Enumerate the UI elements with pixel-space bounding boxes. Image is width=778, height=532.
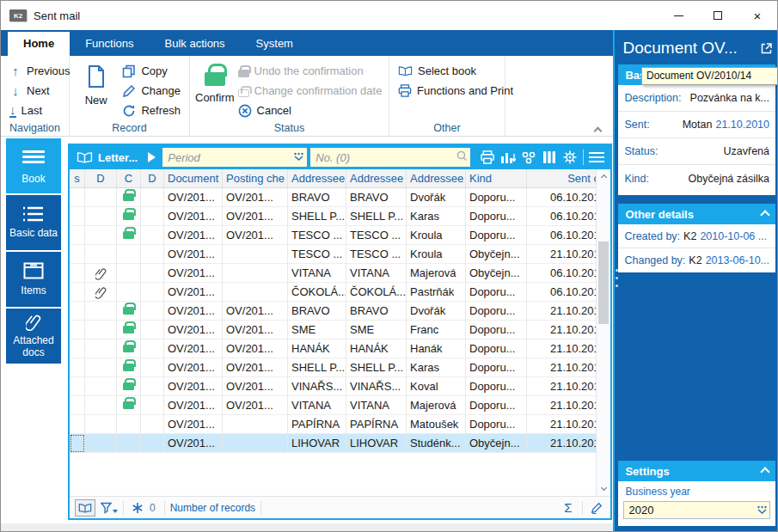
cell-posting: OV/201... (223, 188, 288, 207)
business-year-input[interactable] (623, 501, 770, 519)
column-header-6[interactable]: Addressee - (288, 169, 346, 187)
column-header-7[interactable]: Addressee - (346, 169, 407, 187)
cell-c (117, 264, 141, 283)
scroll-up-button[interactable] (597, 169, 610, 183)
ribbon: ↑ Previous ↓ Next ↓ Last Navigation New (1, 56, 614, 137)
open-external-icon[interactable] (760, 42, 773, 55)
field-kind: Kind: Obyčejná zásilka (618, 165, 775, 192)
minimize-button[interactable] (659, 1, 698, 30)
chevron-up-icon[interactable] (760, 467, 769, 476)
select-book-button[interactable]: Select book (395, 61, 517, 81)
cell-addr3: Kroula (407, 245, 466, 264)
chart-export-button[interactable] (498, 148, 518, 167)
expand-book-icon[interactable] (148, 152, 156, 162)
column-header-1[interactable]: D (85, 169, 117, 187)
cell-d (85, 339, 117, 358)
vertical-scrollbar[interactable] (596, 169, 610, 496)
cell-document: OV/201... (164, 283, 223, 302)
table-row[interactable]: OV/201...OV/201...SHELL P...SHELL P...Ka… (70, 207, 610, 226)
pivot-cube-button[interactable] (518, 148, 539, 167)
change-confirmation-date-button[interactable]: Change confirmation date (235, 81, 386, 101)
grid-menu-button[interactable] (586, 148, 607, 167)
cell-d2 (141, 358, 164, 377)
sidebar-item-book[interactable]: Book (6, 138, 61, 193)
cell-addr1: VITANA (288, 264, 346, 283)
book-selector-button[interactable]: Letter... (73, 151, 146, 164)
table-row[interactable]: OV/201...PAPÍRNAPAPÍRNAMatoušekDoporu...… (70, 415, 610, 434)
sidebar-item-basic-data[interactable]: Basic data (6, 195, 61, 250)
tab-home[interactable]: Home (8, 32, 70, 56)
column-header-3[interactable]: D (141, 169, 164, 187)
table-row[interactable]: OV/201...OV/201...BRAVOBRAVODvořákDoporu… (70, 302, 610, 321)
next-button[interactable]: ↓ Next (6, 81, 74, 101)
new-button[interactable]: New (75, 59, 117, 120)
maximize-button[interactable] (698, 1, 738, 30)
column-header-4[interactable]: Document (164, 169, 223, 187)
table-row[interactable]: OV/201...TESCO ...TESCO ...KroulaObyčejn… (70, 245, 610, 264)
field-label: Created by: (624, 230, 680, 242)
table-row[interactable]: OV/201...OV/201...SMESMEFrancDoporu...21… (70, 321, 610, 339)
functions-and-print-button[interactable]: Functions and Print (395, 81, 517, 101)
tab-bulk-actions[interactable]: Bulk actions (150, 32, 241, 56)
other-details-header[interactable]: Other details (618, 204, 775, 224)
cell-document: OV/201... (164, 434, 223, 453)
column-header-5[interactable]: Posting che (223, 169, 288, 187)
table-row[interactable]: OV/201...OV/201...HANÁKHANÁKHanákDoporu.… (70, 339, 610, 358)
settings-header[interactable]: Settings (618, 461, 775, 481)
window-controls: × (659, 1, 777, 30)
change-button[interactable]: Change (119, 81, 184, 101)
table-row[interactable]: OV/201...OV/201...VINAŘS...VINAŘS...Kova… (70, 377, 610, 396)
dropdown-chevron-icon[interactable] (757, 503, 768, 518)
field-created-by: Created by: K2 2010-10-06 ... (618, 224, 775, 248)
column-header-2[interactable]: C (117, 169, 141, 187)
filter-button[interactable] (101, 499, 118, 517)
sidebar-item-attached-docs[interactable]: Attached docs (6, 309, 61, 364)
print-button[interactable] (477, 148, 498, 167)
field-label: Sent: (624, 119, 649, 131)
columns-button[interactable] (539, 148, 560, 167)
tab-functions[interactable]: Functions (70, 32, 149, 56)
last-button[interactable]: ↓ Last (6, 101, 74, 120)
edit-button[interactable] (588, 499, 605, 517)
table-row[interactable]: OV/201...OV/201...SHELL P...SHELL P...Ka… (70, 358, 610, 377)
scrollbar-thumb[interactable] (598, 242, 609, 324)
panel-splitter[interactable] (613, 30, 615, 531)
field-changed-by: Changed by: K2 2013-06-10... (618, 248, 775, 272)
confirm-button[interactable]: Confirm (195, 59, 235, 120)
app-logo-icon: K2 (9, 9, 27, 21)
column-header-9[interactable]: Kind (466, 169, 527, 187)
undo-confirmation-label: Undo the confirmation (254, 64, 364, 77)
cell-kind: Doporu... (466, 415, 527, 434)
table-row[interactable]: OV/201...LIHOVARLIHOVARStudénk...Obyčejn… (70, 434, 610, 453)
cell-posting (223, 245, 288, 264)
cell-document: OV/201... (164, 339, 223, 358)
cell-addr1: ČOKOLÁ... (288, 283, 346, 302)
cell-document: OV/201... (164, 302, 223, 321)
ribbon-collapse-button[interactable] (595, 122, 605, 131)
new-records-indicator[interactable] (129, 499, 146, 517)
sum-button[interactable]: Σ (560, 499, 577, 517)
number-input[interactable] (310, 148, 470, 167)
table-row[interactable]: OV/201...VITANAVITANAMajerováObyčejn...0… (70, 264, 610, 283)
close-button[interactable]: × (738, 1, 777, 30)
table-row[interactable]: OV/201...ČOKOLÁ...ČOKOLÁ...PastrňákDopor… (70, 283, 610, 302)
chevron-up-icon[interactable] (760, 210, 769, 219)
scroll-down-button[interactable] (597, 482, 610, 496)
previous-button[interactable]: ↑ Previous (6, 61, 74, 81)
period-input[interactable] (162, 148, 307, 167)
undo-confirmation-button[interactable]: Undo the confirmation (235, 61, 386, 81)
copy-button[interactable]: Copy (119, 61, 184, 81)
sidebar-item-items[interactable]: Items (6, 252, 61, 307)
dropdown-chevron-icon[interactable] (293, 150, 304, 165)
table-row[interactable]: OV/201...OV/201...VITANAVITANAMajerováDo… (70, 396, 610, 415)
lock-icon (123, 231, 134, 239)
table-row[interactable]: OV/201...OV/201...BRAVOBRAVODvořákDoporu… (70, 188, 610, 207)
table-row[interactable]: OV/201...OV/201...TESCO ...TESCO ...Krou… (70, 226, 610, 245)
tab-system[interactable]: System (241, 32, 309, 56)
column-header-0[interactable]: s (70, 169, 85, 187)
refresh-button[interactable]: Refresh (119, 101, 184, 120)
book-view-toggle[interactable] (75, 499, 95, 517)
cancel-button[interactable]: Cancel (235, 101, 386, 120)
column-header-8[interactable]: Addressee - (407, 169, 466, 187)
settings-gear-button[interactable] (560, 148, 580, 167)
